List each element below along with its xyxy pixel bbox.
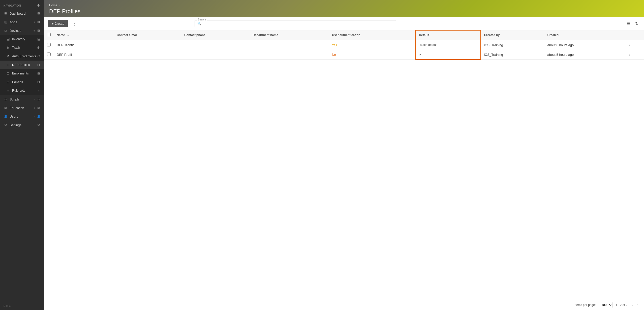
select-all-checkbox[interactable] [47, 33, 51, 36]
col-header-contact-email: Contact e-mail [114, 30, 181, 40]
sidebar-item-devices[interactable]: □ Devices ∨ ⊡ [0, 26, 44, 35]
row2-contact-email [114, 50, 181, 60]
row1-checkbox-cell[interactable] [44, 40, 54, 50]
dep-profiles-icon: ⊡ [6, 63, 10, 67]
users-icon: 👤 [4, 114, 8, 118]
items-per-page-label: Items per page: [575, 303, 596, 307]
trash-right-icon: 🗑 [37, 46, 41, 50]
sidebar-item-inventory[interactable]: ▤ Inventory ▤ [0, 35, 44, 43]
default-checkmark: ✓ [419, 53, 422, 57]
breadcrumb: Home › [49, 4, 639, 7]
apps-right-icon: ⊞ [37, 20, 41, 24]
col-header-department-name: Department name [250, 30, 329, 40]
row2-arrow[interactable]: › [626, 50, 644, 60]
users-chevron: › [34, 115, 35, 118]
row1-arrow[interactable]: › [626, 40, 644, 50]
inventory-icon: ▤ [6, 37, 10, 41]
policies-icon: ⊡ [6, 80, 10, 84]
make-default-button-row1[interactable]: Make default [419, 43, 438, 47]
inventory-right-icon: ▤ [37, 37, 41, 41]
breadcrumb-home[interactable]: Home [49, 4, 57, 7]
search-input[interactable] [203, 22, 393, 25]
pagination-range: 1 - 2 of 2 [616, 303, 627, 307]
row1-created: about 6 hours ago [544, 40, 626, 50]
users-right-icon: 👤 [37, 114, 41, 118]
search-label: Search [197, 18, 207, 21]
search-icon: 🔍 [197, 22, 201, 25]
row2-checkbox[interactable] [47, 53, 51, 56]
row1-contact-phone [181, 40, 250, 50]
row2-contact-phone [181, 50, 250, 60]
sidebar-item-dashboard[interactable]: ⊞ Dashboard ⊡ [0, 9, 44, 18]
auto-enrollments-icon: ↺ [6, 54, 10, 58]
row1-user-auth: Yes [329, 40, 416, 50]
content-area: + Create ⋮ Search 🔍 ☰ ↻ [44, 17, 644, 310]
table-container: Name ▲ Contact e-mail Contact phone Depa… [44, 30, 644, 300]
header-bar: Home › DEP Profiles [44, 0, 644, 17]
rule-sets-icon: ≡ [6, 89, 10, 93]
row2-name[interactable]: DEP Profil [54, 50, 114, 60]
col-header-contact-phone: Contact phone [181, 30, 250, 40]
search-input-wrap: Search 🔍 [195, 20, 396, 27]
nav-settings-icon[interactable]: ⚙ [37, 4, 41, 8]
dashboard-icon: ⊞ [4, 11, 8, 15]
row1-contact-email [114, 40, 181, 50]
col-header-actions [626, 30, 644, 40]
search-container: Search 🔍 [195, 20, 396, 27]
education-right-icon: ◎ [37, 106, 41, 110]
settings-icon: ⚙ [4, 123, 8, 127]
devices-icon: □ [4, 29, 8, 33]
create-button[interactable]: + Create [48, 20, 68, 27]
refresh-button[interactable]: ↻ [634, 20, 640, 27]
row1-checkbox[interactable] [47, 43, 51, 46]
pagination-nav: ‹ › [631, 302, 640, 307]
row2-created: about 5 hours ago [544, 50, 626, 60]
sidebar-item-scripts[interactable]: {} Scripts › {} [0, 95, 44, 104]
col-header-name[interactable]: Name ▲ [54, 30, 114, 40]
sidebar-item-trash[interactable]: 🗑 Trash 🗑 [0, 43, 44, 52]
row1-name[interactable]: DEP_Konfig [54, 40, 114, 50]
row1-default[interactable]: Make default [416, 40, 481, 50]
sidebar-item-enrollments[interactable]: ⊡ Enrollments ⊡ [0, 69, 44, 78]
sidebar-item-dep-profiles[interactable]: ⊡ DEP Profiles ⊡ [0, 61, 44, 69]
sidebar-item-policies[interactable]: ⊡ Policies ⊡ [0, 78, 44, 86]
sidebar-item-education[interactable]: ◎ Education › ◎ [0, 104, 44, 112]
scripts-icon: {} [4, 97, 8, 101]
next-page-button[interactable]: › [636, 302, 640, 307]
sidebar: NAVIGATION ⚙ ⊞ Dashboard ⊡ ◫ Apps › ⊞ □ … [0, 0, 44, 310]
toolbar-right: ☰ ↻ [625, 20, 640, 27]
col-header-default: Default [416, 30, 481, 40]
table-row: DEP Profil No ✓ iOS_Training about 5 hou… [44, 50, 644, 60]
education-chevron: › [34, 107, 35, 109]
policies-right-icon: ⊡ [37, 80, 41, 84]
apps-chevron: › [34, 21, 35, 23]
sidebar-item-settings[interactable]: ⚙ Settings ⚙ [0, 121, 44, 129]
apps-icon: ◫ [4, 20, 8, 24]
row2-checkbox-cell[interactable] [44, 50, 54, 60]
row1-department-name [250, 40, 329, 50]
education-icon: ◎ [4, 106, 8, 110]
trash-icon: 🗑 [6, 46, 10, 50]
view-list-button[interactable]: ☰ [625, 20, 632, 27]
col-header-created-by: Created by [481, 30, 544, 40]
nav-label: NAVIGATION ⚙ [0, 0, 44, 9]
sidebar-item-users[interactable]: 👤 Users › 👤 [0, 112, 44, 121]
scripts-right-icon: {} [37, 97, 41, 101]
auto-enrollments-right-icon: ↺ [37, 54, 41, 58]
row1-created-by: iOS_Training [481, 40, 544, 50]
select-all-header[interactable] [44, 30, 54, 40]
main-content: Home › DEP Profiles + Create ⋮ Search 🔍 … [44, 0, 644, 310]
prev-page-button[interactable]: ‹ [631, 302, 635, 307]
row2-created-by: iOS_Training [481, 50, 544, 60]
sidebar-item-auto-enrollments[interactable]: ↺ Auto Enrollments ↺ [0, 52, 44, 61]
rule-sets-right-icon: ≡ [37, 89, 41, 93]
sidebar-item-apps[interactable]: ◫ Apps › ⊞ [0, 18, 44, 26]
toolbar: + Create ⋮ Search 🔍 ☰ ↻ [44, 17, 644, 30]
dep-profiles-right-icon: ⊡ [37, 63, 41, 67]
enrollments-icon: ⊡ [6, 71, 10, 75]
devices-chevron: ∨ [33, 29, 35, 32]
row2-user-auth: No [329, 50, 416, 60]
more-options-button[interactable]: ⋮ [70, 20, 79, 27]
per-page-select[interactable]: 10 25 50 100 [599, 302, 612, 308]
sidebar-item-rule-sets[interactable]: ≡ Rule sets ≡ [0, 86, 44, 95]
